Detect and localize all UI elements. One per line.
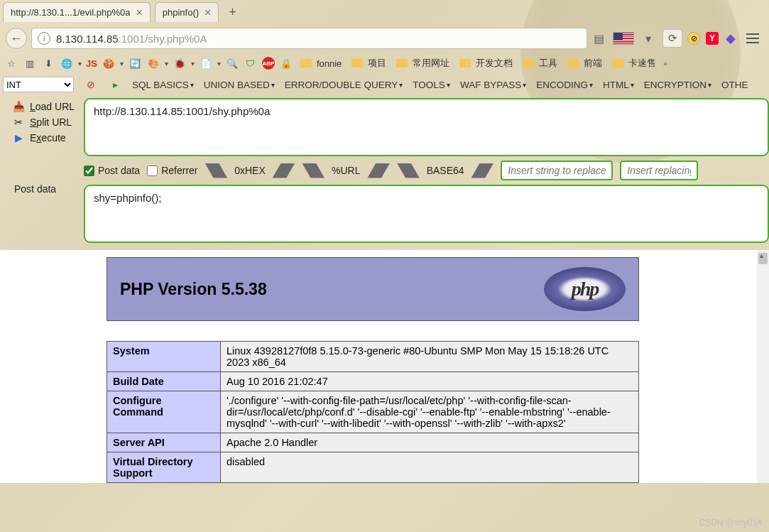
url-text: 8.130.114.85:1001/shy.php%0A <box>56 33 207 45</box>
table-row: Build DateAug 10 2016 21:02:47 <box>107 372 639 391</box>
bookmark-fonnie[interactable]: fonnie <box>298 58 344 69</box>
menu-encryption[interactable]: ENCRYPTION▾ <box>644 80 711 90</box>
flag-us-icon[interactable] <box>613 32 634 45</box>
js-icon[interactable]: JS <box>86 58 97 69</box>
php-logo: php <box>544 267 626 311</box>
clipboard-icon[interactable]: ▥ <box>23 56 37 70</box>
menu-encoding[interactable]: ENCODING▾ <box>536 80 593 90</box>
scrollbar[interactable] <box>757 250 769 483</box>
switch-icon[interactable]: 🔄 <box>128 56 142 70</box>
urlenc-label: %URL <box>332 165 360 176</box>
bookmarks-bar: ☆ ▥ ⬇ 🌐 ▾ JS 🍪▾ 🔄 🎨▾ 🐞▾ 📄▾ 🔍 🛡 ABP 🔒 fon… <box>0 53 769 74</box>
execute-icon: ▶ <box>13 132 24 143</box>
url-right-button[interactable] <box>367 163 390 178</box>
bug-icon[interactable]: 🐞 <box>173 56 187 70</box>
url-textarea[interactable] <box>84 98 769 156</box>
menu-tools[interactable]: TOOLS▾ <box>413 80 450 90</box>
reload-button[interactable]: ⟳ <box>662 29 682 48</box>
url-bar[interactable]: i 8.130.114.85:1001/shy.php%0A <box>31 28 587 49</box>
play-icon[interactable]: ▸ <box>108 77 122 92</box>
php-version-title: PHP Version 5.5.38 <box>120 280 267 299</box>
b64-label: BASE64 <box>427 165 464 176</box>
split-icon: ✂ <box>13 116 24 128</box>
menu-sqlbasics[interactable]: SQL BASICS▾ <box>132 80 194 90</box>
table-row: Virtual Directory Supportdisabled <box>107 452 639 483</box>
b64-right-button[interactable] <box>471 163 494 178</box>
tab-title: http://8.130.1...1/evil.php%0a <box>11 7 130 18</box>
split-url-button[interactable]: ✂ Split URL <box>13 116 80 128</box>
hackbar-side: 📥 Load URL ✂ Split URL ▶ Execute Post da… <box>0 95 84 250</box>
post-data-label: Post data <box>13 179 80 195</box>
abp-icon[interactable]: ABP <box>262 57 275 70</box>
menu-unionbased[interactable]: UNION BASED▾ <box>204 80 275 90</box>
bookmark-kasushou[interactable]: 卡速售 <box>609 57 659 70</box>
shield-icon[interactable]: 🛡 <box>244 56 258 70</box>
bookmark-devdocs[interactable]: 开发文档 <box>457 57 516 70</box>
postdata-textarea[interactable] <box>84 185 769 243</box>
url-left-button[interactable] <box>302 163 324 178</box>
url-bar-row: ← i 8.130.114.85:1001/shy.php%0A ▤ ▾ ⟳ ⊘… <box>0 24 769 53</box>
ruler-icon[interactable]: 📄 <box>199 56 213 70</box>
hackbar-menu: INT ⊘ ▸ SQL BASICS▾ UNION BASED▾ ERROR/D… <box>0 74 769 95</box>
hackbar-options: Post data Referrer 0xHEX %URL BASE64 <box>84 161 769 180</box>
dropdown-icon[interactable]: ▾ <box>641 31 655 45</box>
bookmark-common[interactable]: 常用网址 <box>393 57 452 70</box>
new-tab-button[interactable]: + <box>223 3 241 21</box>
tab-0[interactable]: http://8.130.1...1/evil.php%0a × <box>3 2 151 22</box>
hex-right-button[interactable] <box>273 163 295 178</box>
b64-left-button[interactable] <box>397 163 420 178</box>
ext-purple-icon[interactable]: ◆ <box>724 31 738 45</box>
table-row: Configure Command'./configure' '--with-c… <box>107 391 639 433</box>
close-icon[interactable]: × <box>136 7 142 18</box>
magnifier-icon[interactable]: 🔍 <box>225 56 239 70</box>
back-button[interactable]: ← <box>6 28 27 49</box>
ext-yandex-icon[interactable]: Y <box>705 31 719 45</box>
execute-button[interactable]: ▶ Execute <box>13 132 80 143</box>
cancel-icon[interactable]: ⊘ <box>84 77 98 92</box>
download-icon[interactable]: ⬇ <box>41 56 55 70</box>
load-url-button[interactable]: 📥 Load URL <box>13 101 80 112</box>
menu-wafbypass[interactable]: WAF BYPASS▾ <box>460 80 526 90</box>
replace-from-input[interactable] <box>501 161 613 180</box>
encoding-select[interactable]: INT <box>3 77 74 92</box>
phpinfo-table: SystemLinux 43928127f0f8 5.15.0-73-gener… <box>107 341 639 483</box>
palette-icon[interactable]: 🎨 <box>146 56 160 70</box>
replace-to-input[interactable] <box>620 161 698 180</box>
ext-noscript-icon[interactable]: ⊘ <box>687 31 701 45</box>
bookmark-frontend[interactable]: 前端 <box>565 57 605 70</box>
postdata-checkbox[interactable]: Post data <box>84 165 140 176</box>
bookmark-project[interactable]: 项目 <box>349 57 389 70</box>
watermark: CSDN @shy014 <box>699 518 762 528</box>
tab-title: phpinfo() <box>163 7 199 18</box>
globe-icon[interactable]: 🌐 <box>60 56 74 70</box>
bookmark-tools[interactable]: 工具 <box>520 57 560 70</box>
hex-left-button[interactable] <box>205 163 228 178</box>
table-row: Server APIApache 2.0 Handler <box>107 433 639 452</box>
cookie-icon[interactable]: 🍪 <box>102 56 116 70</box>
table-row: SystemLinux 43928127f0f8 5.15.0-73-gener… <box>107 342 639 372</box>
star-icon[interactable]: ☆ <box>4 56 18 70</box>
menu-errorquery[interactable]: ERROR/DOUBLE QUERY▾ <box>285 80 403 90</box>
lock-icon[interactable]: 🔒 <box>279 56 293 70</box>
menu-button[interactable] <box>742 28 763 49</box>
php-banner: PHP Version 5.5.38 php <box>107 257 639 321</box>
page-content: PHP Version 5.5.38 php SystemLinux 43928… <box>0 250 769 483</box>
hex-label: 0xHEX <box>234 165 266 176</box>
load-icon: 📥 <box>13 101 24 112</box>
tab-1[interactable]: phpinfo() × <box>155 2 219 22</box>
menu-html[interactable]: HTML▾ <box>603 80 634 90</box>
browser-tabs: http://8.130.1...1/evil.php%0a × phpinfo… <box>0 0 769 24</box>
overflow-icon[interactable]: » <box>663 60 667 67</box>
close-icon[interactable]: × <box>204 7 211 18</box>
info-icon[interactable]: i <box>38 32 50 45</box>
menu-other[interactable]: OTHE <box>721 80 748 90</box>
hackbar-body: 📥 Load URL ✂ Split URL ▶ Execute Post da… <box>0 95 769 250</box>
referrer-checkbox[interactable]: Referrer <box>147 165 197 176</box>
reader-icon[interactable]: ▤ <box>591 31 606 45</box>
